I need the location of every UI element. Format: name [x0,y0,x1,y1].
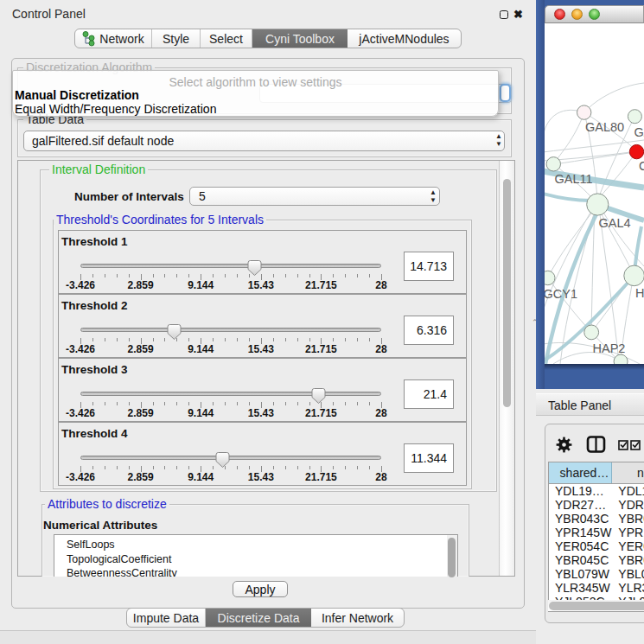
svg-text:GAL11: GAL11 [555,172,593,186]
svg-text:GAL4: GAL4 [599,216,631,230]
svg-text:H: H [635,286,644,300]
svg-text:GAL80: GAL80 [585,120,624,134]
svg-text:C: C [639,159,644,173]
svg-text:GA: GA [634,125,644,139]
svg-text:HAP2: HAP2 [593,341,626,355]
svg-text:GCY1: GCY1 [545,287,577,301]
